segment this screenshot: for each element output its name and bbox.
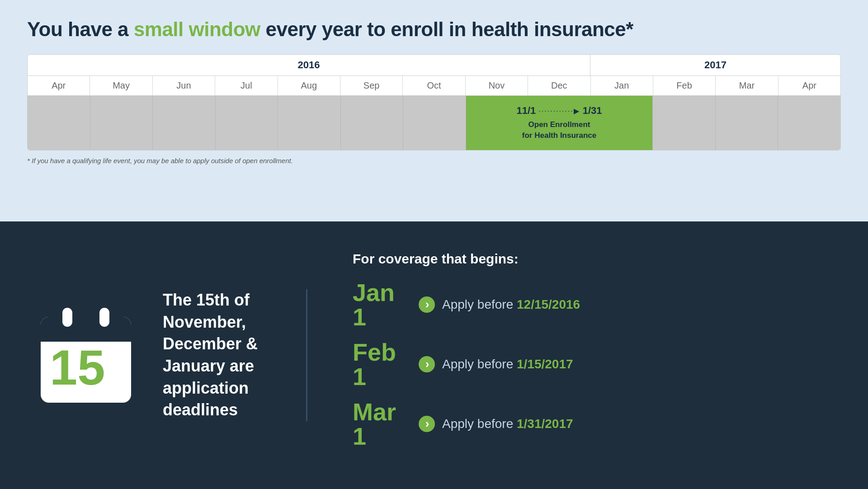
svg-text:15: 15 — [50, 339, 105, 395]
headline-part2: every year to enroll in health insurance… — [260, 18, 633, 40]
data-aug — [278, 96, 341, 150]
coverage-arrow-jan — [419, 296, 435, 313]
month-may: May — [90, 76, 152, 95]
enrollment-end: 1/31 — [583, 105, 602, 117]
coverage-row-feb: Feb 1 Apply before 1/15/2017 — [353, 340, 832, 389]
svg-rect-3 — [62, 308, 72, 327]
data-apr-2017 — [778, 96, 840, 150]
data-apr-2016 — [28, 96, 90, 150]
month-apr-2016: Apr — [28, 76, 90, 95]
year-2017-label: 2017 — [590, 55, 840, 75]
enrollment-start: 11/1 — [517, 105, 536, 117]
data-may — [90, 96, 153, 150]
month-jan-2017: Jan — [591, 76, 653, 95]
headline-part1: You have a — [27, 18, 134, 40]
coverage-title: For coverage that begins: — [353, 251, 832, 267]
month-sep: Sep — [340, 76, 403, 95]
data-row: 11/1 ············▶ 1/31 Open Enrollment … — [28, 96, 840, 150]
footnote: * If you have a qualifying life event, y… — [27, 157, 841, 165]
top-section: You have a small window every year to en… — [0, 0, 868, 221]
headline-highlight: small window — [134, 18, 260, 40]
month-apr-2017: Apr — [778, 76, 840, 95]
coverage-arrow-feb — [419, 356, 435, 372]
coverage-desc-mar: Apply before 1/31/2017 — [442, 417, 573, 431]
month-oct: Oct — [403, 76, 465, 95]
coverage-row-mar: Mar 1 Apply before 1/31/2017 — [353, 400, 832, 448]
right-coverage-section: For coverage that begins: Jan 1 Apply be… — [335, 251, 832, 459]
svg-rect-4 — [99, 308, 109, 327]
months-row: Apr May Jun Jul Aug Sep Oct Nov Dec Jan … — [28, 76, 840, 96]
data-mar — [716, 96, 778, 150]
coverage-date-feb: 1/15/2017 — [517, 357, 573, 371]
data-feb — [653, 96, 716, 150]
month-jun: Jun — [153, 76, 215, 95]
coverage-month-mar: Mar 1 — [353, 400, 411, 448]
coverage-date-mar: 1/31/2017 — [517, 417, 573, 431]
svg-text:th: th — [109, 345, 125, 363]
coverage-date-jan: 12/15/2016 — [517, 297, 580, 311]
data-jul — [216, 96, 278, 150]
enrollment-dates: 11/1 ············▶ 1/31 — [517, 105, 602, 117]
year-2016-label: 2016 — [28, 55, 590, 75]
coverage-desc-feb: Apply before 1/15/2017 — [442, 357, 573, 371]
coverage-desc-jan: Apply before 12/15/2016 — [442, 297, 580, 312]
calendar-table: 2016 2017 Apr May Jun Jul Aug Sep Oct No… — [27, 54, 841, 150]
enrollment-arrow-dots: ············▶ — [538, 107, 580, 115]
data-oct — [403, 96, 466, 150]
coverage-month-feb: Feb 1 — [353, 340, 411, 389]
month-aug: Aug — [278, 76, 340, 95]
month-feb: Feb — [653, 76, 716, 95]
month-jul: Jul — [215, 76, 278, 95]
enrollment-label: Open Enrollment for Health Insurance — [522, 119, 596, 141]
month-dec: Dec — [528, 76, 590, 95]
coverage-arrow-mar — [419, 416, 435, 432]
middle-description: The 15th of November, December & January… — [163, 289, 307, 421]
data-sep — [341, 96, 404, 150]
month-mar: Mar — [716, 76, 778, 95]
data-enrollment: 11/1 ············▶ 1/31 Open Enrollment … — [466, 96, 653, 150]
calendar-icon: 15 th — [36, 301, 136, 409]
month-nov: Nov — [466, 76, 528, 95]
main-headline: You have a small window every year to en… — [27, 18, 841, 41]
year-row: 2016 2017 — [28, 55, 840, 76]
bottom-section: 15 th The 15th of November, December & J… — [0, 221, 868, 489]
data-jun — [153, 96, 216, 150]
coverage-row-jan: Jan 1 Apply before 12/15/2016 — [353, 280, 832, 329]
coverage-month-jan: Jan 1 — [353, 280, 411, 329]
